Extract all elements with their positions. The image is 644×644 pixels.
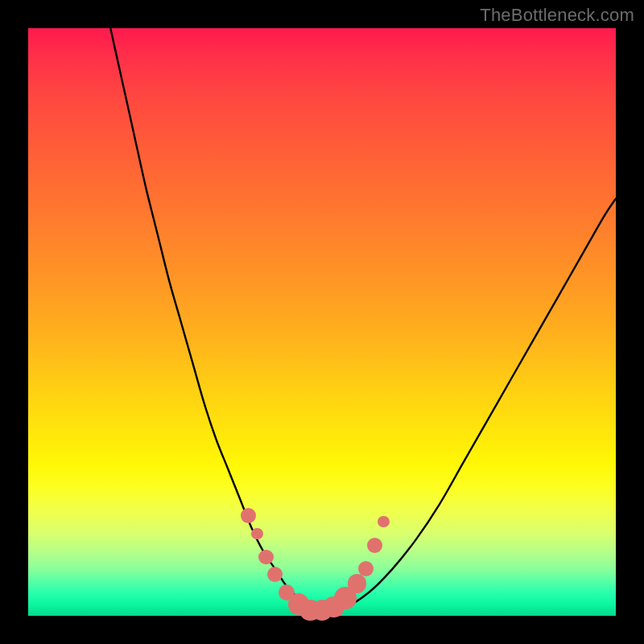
curve-marker: [367, 538, 382, 553]
watermark-text: TheBottleneck.com: [480, 5, 634, 26]
curve-marker: [251, 528, 263, 540]
curve-path: [110, 28, 616, 610]
bottleneck-curve: [28, 28, 616, 616]
chart-frame: TheBottleneck.com: [0, 0, 644, 644]
curve-marker: [348, 574, 366, 592]
plot-area: [28, 28, 616, 616]
